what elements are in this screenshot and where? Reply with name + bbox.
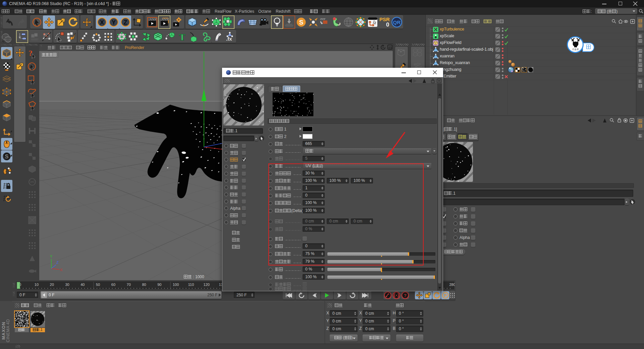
svg-text:Y: Y (50, 254, 53, 258)
svg-text:120: 120 (204, 283, 210, 287)
svg-text:P: P (444, 293, 446, 298)
svg-text:行走者: 行走者 (572, 48, 579, 51)
svg-text:10: 10 (35, 283, 39, 287)
svg-text:Z: Z (123, 19, 127, 26)
svg-text:X: X (100, 19, 104, 26)
svg-text:280: 280 (449, 283, 455, 287)
svg-text:?: ? (404, 293, 407, 298)
svg-text:90: 90 (157, 283, 161, 287)
svg-text:QR: QR (393, 19, 401, 25)
svg-text:T: T (179, 32, 185, 42)
svg-text:.fx: .fx (226, 36, 232, 42)
svg-text:0: 0 (386, 21, 389, 28)
svg-text:70: 70 (127, 283, 131, 287)
svg-text:60: 60 (111, 283, 115, 287)
svg-text:Y: Y (111, 19, 115, 26)
svg-text:50: 50 (96, 283, 100, 287)
svg-text:?: ? (29, 49, 33, 57)
svg-text:X: X (60, 268, 63, 272)
svg-text:100: 100 (173, 283, 179, 287)
svg-text:S: S (299, 19, 304, 26)
svg-text:40: 40 (80, 283, 85, 287)
svg-text:30: 30 (65, 283, 69, 287)
svg-text:110: 110 (188, 283, 194, 287)
svg-text:Z: Z (56, 260, 59, 264)
svg-text:S: S (5, 154, 9, 159)
svg-text:80: 80 (142, 283, 146, 287)
svg-text:20: 20 (50, 283, 54, 287)
